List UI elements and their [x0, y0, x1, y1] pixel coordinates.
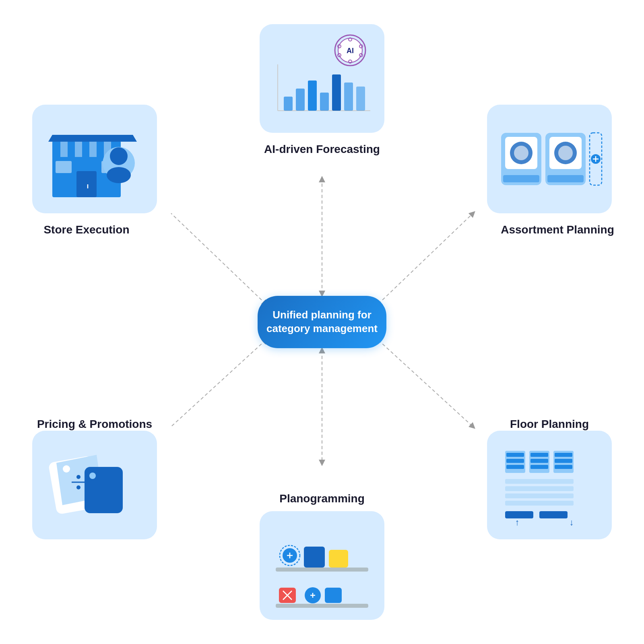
svg-rect-53 — [505, 501, 574, 506]
svg-rect-44 — [530, 459, 548, 463]
svg-rect-52 — [505, 493, 574, 498]
svg-point-77 — [76, 475, 80, 479]
svg-point-95 — [107, 167, 131, 183]
card-ai-forecasting: AI — [260, 24, 384, 133]
svg-point-32 — [558, 146, 573, 160]
label-store: Store Execution — [12, 223, 161, 236]
store-illustration — [40, 113, 149, 205]
card-floor: ↑ ↓ — [487, 431, 612, 539]
svg-rect-90 — [56, 161, 72, 173]
svg-rect-41 — [506, 465, 524, 469]
center-hub: Unified planning for category management — [258, 296, 386, 348]
svg-rect-85 — [89, 141, 97, 159]
svg-rect-45 — [530, 465, 548, 469]
svg-rect-20 — [320, 93, 329, 111]
svg-rect-21 — [332, 74, 341, 111]
svg-rect-19 — [308, 80, 317, 111]
label-planogramming: Planogramming — [279, 492, 365, 505]
card-assortment — [487, 105, 612, 213]
ai-forecasting-illustration: AI — [266, 32, 378, 125]
svg-point-27 — [514, 146, 528, 160]
svg-rect-17 — [284, 97, 293, 111]
label-pricing: Pricing & Promotions — [32, 418, 157, 431]
svg-rect-18 — [296, 89, 305, 111]
svg-rect-23 — [356, 87, 365, 111]
svg-rect-22 — [344, 83, 353, 111]
svg-rect-43 — [530, 453, 548, 457]
svg-text:↑: ↑ — [515, 517, 520, 527]
svg-line-2 — [378, 340, 473, 427]
svg-rect-47 — [555, 453, 572, 457]
svg-rect-51 — [505, 486, 574, 491]
svg-rect-88 — [76, 171, 97, 197]
svg-rect-84 — [75, 141, 82, 159]
svg-text:↓: ↓ — [570, 517, 574, 527]
pricing-illustration — [40, 439, 149, 531]
label-assortment: Assortment Planning — [483, 223, 632, 236]
svg-rect-83 — [60, 141, 68, 159]
svg-rect-55 — [539, 511, 568, 518]
svg-rect-39 — [506, 453, 524, 457]
svg-line-5 — [171, 213, 266, 304]
svg-rect-40 — [506, 459, 524, 463]
svg-rect-64 — [329, 550, 348, 568]
svg-rect-58 — [276, 568, 368, 572]
svg-rect-72 — [325, 588, 342, 603]
svg-point-81 — [89, 473, 96, 479]
svg-rect-48 — [555, 459, 572, 463]
svg-point-94 — [110, 147, 128, 165]
svg-point-79 — [76, 485, 80, 489]
center-hub-text: Unified planning for category management — [258, 308, 386, 336]
svg-rect-28 — [503, 175, 539, 182]
svg-rect-63 — [304, 547, 325, 568]
svg-line-4 — [171, 340, 266, 427]
svg-rect-49 — [555, 465, 572, 469]
card-store — [32, 105, 157, 213]
label-floor: Floor Planning — [487, 418, 612, 431]
card-pricing — [32, 431, 157, 539]
floor-illustration: ↑ ↓ — [493, 439, 606, 531]
svg-text:AI: AI — [347, 47, 354, 55]
diagram-container: Unified planning for category management… — [0, 0, 644, 644]
svg-point-76 — [63, 465, 70, 473]
card-planogramming — [260, 511, 384, 620]
svg-marker-92 — [48, 135, 137, 142]
assortment-illustration — [493, 113, 606, 205]
label-ai-forecasting: AI-driven Forecasting — [264, 143, 380, 156]
svg-line-1 — [378, 213, 473, 304]
svg-rect-33 — [547, 175, 584, 182]
svg-rect-50 — [505, 479, 574, 484]
svg-rect-65 — [276, 604, 368, 608]
planogramming-illustration — [268, 519, 376, 612]
